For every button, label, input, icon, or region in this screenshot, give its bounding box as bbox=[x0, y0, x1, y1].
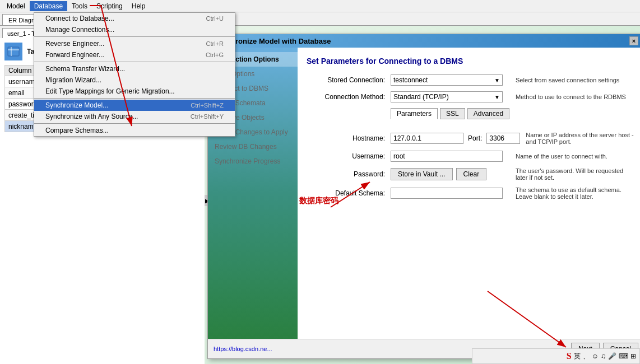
migration-wizard-label: Migration Wizard... bbox=[45, 76, 101, 84]
default-schema-control bbox=[391, 188, 510, 199]
menu-forward-engineer[interactable]: Forward Engineer... Ctrl+G bbox=[34, 49, 235, 60]
sync-nav-review-changes[interactable]: Review DB Changes bbox=[208, 139, 298, 154]
default-schema-hint: The schema to use as default schema. Lea… bbox=[516, 186, 635, 200]
sogou-toolbar: S 英 、 ☺ ♫ 🎤 ⌨ ⊞ bbox=[472, 348, 640, 364]
hostname-label: Hostname: bbox=[307, 134, 391, 142]
stored-connection-select[interactable]: testconnect ▼ bbox=[391, 74, 503, 86]
sogou-emoji-icon[interactable]: ☺ bbox=[592, 352, 599, 360]
stored-connection-control: testconnect ▼ bbox=[391, 74, 510, 86]
menu-reverse-engineer[interactable]: Reverse Engineer... Ctrl+R bbox=[34, 38, 235, 49]
sogou-menu-icon[interactable]: ⊞ bbox=[630, 352, 636, 360]
connection-method-hint: Method to use to connect to the RDBMS bbox=[516, 94, 635, 100]
stored-connection-arrow-icon: ▼ bbox=[494, 77, 500, 83]
menu-database[interactable]: Database bbox=[30, 1, 67, 11]
port-label: Port: bbox=[468, 134, 482, 142]
manage-conn-label: Manage Connections... bbox=[45, 26, 114, 34]
reverse-eng-label: Reverse Engineer... bbox=[45, 40, 104, 48]
forward-eng-label: Forward Engineer... bbox=[45, 51, 104, 59]
connection-method-control: Standard (TCP/IP) ▼ bbox=[391, 91, 510, 102]
hostname-control: Port: bbox=[391, 133, 520, 144]
password-buttons: Store in Vault ... Clear bbox=[391, 168, 510, 180]
hostname-input[interactable] bbox=[391, 133, 463, 144]
menu-sep-2 bbox=[34, 62, 235, 62]
menu-connect-database[interactable]: Connect to Database... Ctrl+U bbox=[34, 13, 235, 24]
type-mappings-label: Edit Type Mappings for Generic Migration… bbox=[45, 87, 175, 95]
compare-schemas-label: Compare Schemas... bbox=[45, 127, 109, 134]
connection-method-row: Connection Method: Standard (TCP/IP) ▼ M… bbox=[307, 91, 635, 102]
forward-eng-shortcut: Ctrl+G bbox=[206, 52, 224, 58]
menu-migration-wizard[interactable]: Migration Wizard... bbox=[34, 74, 235, 86]
hostname-row: Hostname: Port: Name or IP address of th… bbox=[307, 132, 635, 145]
sync-model-shortcut: Ctrl+Shift+Z bbox=[191, 102, 224, 109]
param-tabs-row: Parameters SSL Advanced bbox=[307, 108, 635, 126]
sogou-en-label[interactable]: 英 bbox=[574, 352, 581, 361]
menu-scripting[interactable]: Scripting bbox=[92, 1, 127, 11]
database-dropdown: Connect to Database... Ctrl+U Manage Con… bbox=[34, 12, 235, 137]
connection-method-value: Standard (TCP/IP) bbox=[393, 93, 449, 101]
default-schema-row: Default Schema: The schema to use as def… bbox=[307, 186, 635, 200]
username-label: Username: bbox=[307, 152, 391, 160]
menu-sep-1 bbox=[34, 36, 235, 37]
menu-model[interactable]: Model bbox=[2, 1, 30, 11]
menu-tools[interactable]: Tools bbox=[67, 1, 92, 11]
stored-connection-hint: Select from saved connection settings bbox=[516, 77, 635, 83]
password-hint: The user's password. Will be requested l… bbox=[516, 167, 635, 181]
sync-content-panel: Set Parameters for Connecting to a DBMS … bbox=[298, 48, 640, 339]
sync-nav-sync-progress[interactable]: Synchronize Progress bbox=[208, 154, 298, 169]
connect-db-label: Connect to Database... bbox=[45, 15, 114, 22]
menu-sep-3 bbox=[34, 98, 235, 99]
menu-edit-type-mappings[interactable]: Edit Type Mappings for Generic Migration… bbox=[34, 86, 235, 97]
password-control: Store in Vault ... Clear bbox=[391, 168, 510, 180]
svg-rect-0 bbox=[8, 47, 19, 56]
stored-connection-label: Stored Connection: bbox=[307, 76, 391, 84]
store-in-vault-button[interactable]: Store in Vault ... bbox=[391, 168, 453, 180]
menu-schema-transfer[interactable]: Schema Transfer Wizard... bbox=[34, 63, 235, 74]
sogou-punct-icon[interactable]: 、 bbox=[583, 352, 590, 361]
stored-connection-row: Stored Connection: testconnect ▼ Select … bbox=[307, 74, 635, 86]
sync-dialog-title-bar: Synchronize Model with Database × bbox=[208, 34, 640, 48]
connection-method-select[interactable]: Standard (TCP/IP) ▼ bbox=[391, 91, 503, 102]
menu-sep-4 bbox=[34, 123, 235, 124]
username-control bbox=[391, 151, 510, 162]
default-schema-label: Default Schema: bbox=[307, 189, 391, 197]
sogou-keyboard-icon[interactable]: ⌨ bbox=[619, 352, 628, 360]
password-label: Password: bbox=[307, 170, 391, 178]
sync-content-title: Set Parameters for Connecting to a DBMS bbox=[307, 57, 635, 66]
app-window: Model Database Tools Scripting Help ER D… bbox=[0, 0, 640, 364]
stored-connection-value: testconnect bbox=[393, 76, 428, 84]
port-input[interactable] bbox=[486, 133, 520, 144]
menu-bar: Model Database Tools Scripting Help bbox=[0, 0, 640, 12]
sogou-music-icon[interactable]: ♫ bbox=[601, 352, 606, 360]
hostname-hint: Name or IP address of the server host - … bbox=[526, 132, 635, 145]
reverse-eng-shortcut: Ctrl+R bbox=[206, 40, 224, 47]
sync-model-label: Synchronize Model... bbox=[45, 101, 108, 109]
menu-compare-schemas[interactable]: Compare Schemas... bbox=[34, 125, 235, 136]
connection-method-arrow-icon: ▼ bbox=[494, 94, 500, 100]
sync-any-shortcut: Ctrl+Shift+Y bbox=[191, 113, 224, 120]
param-tabs: Parameters SSL Advanced bbox=[391, 108, 509, 119]
connect-db-shortcut: Ctrl+U bbox=[206, 15, 224, 22]
connection-method-label: Connection Method: bbox=[307, 93, 391, 101]
sync-dialog-close-button[interactable]: × bbox=[629, 36, 638, 45]
clear-password-button[interactable]: Clear bbox=[456, 168, 487, 180]
schema-transfer-label: Schema Transfer Wizard... bbox=[45, 65, 125, 73]
menu-help[interactable]: Help bbox=[127, 1, 150, 11]
sogou-mic-icon[interactable]: 🎤 bbox=[608, 352, 616, 360]
sync-dialog: Synchronize Model with Database × Connec… bbox=[207, 34, 640, 359]
username-input[interactable] bbox=[391, 151, 503, 162]
sogou-s-icon: S bbox=[567, 351, 572, 361]
menu-synchronize-any-source[interactable]: Synchronize with Any Source... Ctrl+Shif… bbox=[34, 111, 235, 122]
username-row: Username: Name of the user to connect wi… bbox=[307, 151, 635, 162]
sync-dialog-body: Connection Options Sync Options Connect … bbox=[208, 48, 640, 339]
menu-synchronize-model[interactable]: Synchronize Model... Ctrl+Shift+Z bbox=[34, 100, 235, 111]
default-schema-input[interactable] bbox=[391, 188, 503, 199]
username-hint: Name of the user to connect with. bbox=[516, 153, 635, 160]
hostname-port-group: Port: bbox=[391, 133, 520, 144]
sync-any-label: Synchronize with Any Source... bbox=[45, 113, 138, 120]
table-icon bbox=[4, 43, 22, 60]
tab-ssl[interactable]: SSL bbox=[440, 108, 465, 119]
menu-manage-connections[interactable]: Manage Connections... bbox=[34, 24, 235, 35]
dialog-url-hint: https://blog.csdn.ne... bbox=[214, 346, 272, 352]
tab-parameters[interactable]: Parameters bbox=[391, 108, 438, 119]
tab-advanced[interactable]: Advanced bbox=[467, 108, 509, 119]
